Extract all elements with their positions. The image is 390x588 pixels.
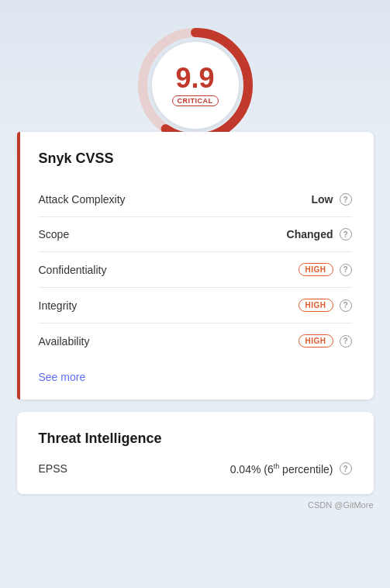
metric-row-availability: Availability HIGH ? — [39, 323, 352, 358]
metric-label-confidentiality: Confidentiality — [39, 264, 107, 276]
info-icon-availability[interactable]: ? — [340, 335, 352, 348]
gauge-label: CRITICAL — [172, 95, 219, 106]
info-icon-integrity[interactable]: ? — [340, 299, 352, 312]
badge-integrity: HIGH — [299, 299, 333, 312]
metric-label-scope: Scope — [39, 228, 70, 240]
watermark: CSDN @GitMore — [17, 500, 374, 510]
info-icon-epss[interactable]: ? — [340, 462, 352, 475]
metric-value-scope: Changed — [287, 228, 333, 240]
metric-label-availability: Availability — [39, 335, 90, 348]
metric-row-attack-complexity: Attack Complexity Low ? — [39, 182, 352, 217]
metric-row-integrity: Integrity HIGH ? — [39, 288, 352, 323]
metric-value-wrap-attack-complexity: Low ? — [312, 193, 352, 206]
gauge-inner: 9.9 CRITICAL — [152, 42, 239, 129]
gauge-score: 9.9 — [175, 64, 214, 92]
threat-intelligence-card: Threat Intelligence EPSS 0.04% (6th perc… — [17, 412, 374, 494]
epss-value-text: 0.04% (6 — [230, 463, 274, 476]
cvss-card: Snyk CVSS Attack Complexity Low ? Scope … — [17, 132, 374, 399]
epss-label: EPSS — [39, 462, 67, 475]
metric-label-integrity: Integrity — [39, 299, 78, 312]
metric-row-confidentiality: Confidentiality HIGH ? — [39, 252, 352, 288]
metric-value-wrap-scope: Changed ? — [287, 228, 352, 240]
metric-label-attack-complexity: Attack Complexity — [39, 193, 126, 206]
metric-value-wrap-availability: HIGH ? — [299, 334, 352, 348]
left-accent — [17, 132, 20, 399]
see-more-link[interactable]: See more — [39, 371, 86, 383]
epss-value-wrap: 0.04% (6th percentile) ? — [230, 462, 352, 476]
metric-value-wrap-confidentiality: HIGH ? — [299, 263, 352, 276]
threat-row-epss: EPSS 0.04% (6th percentile) ? — [39, 462, 352, 476]
badge-availability: HIGH — [299, 334, 333, 348]
badge-confidentiality: HIGH — [299, 263, 333, 276]
metric-row-scope: Scope Changed ? — [39, 217, 352, 252]
metric-value-wrap-integrity: HIGH ? — [299, 299, 352, 312]
epss-value: 0.04% (6th percentile) — [230, 462, 333, 476]
info-icon-attack-complexity[interactable]: ? — [340, 193, 352, 206]
cvss-title: Snyk CVSS — [39, 150, 352, 167]
epss-suffix: percentile) — [279, 463, 333, 476]
info-icon-scope[interactable]: ? — [340, 228, 352, 240]
metric-value-attack-complexity: Low — [312, 193, 333, 206]
gauge-container: 9.9 CRITICAL — [133, 23, 257, 147]
threat-title: Threat Intelligence — [39, 431, 352, 447]
info-icon-confidentiality[interactable]: ? — [340, 264, 352, 276]
